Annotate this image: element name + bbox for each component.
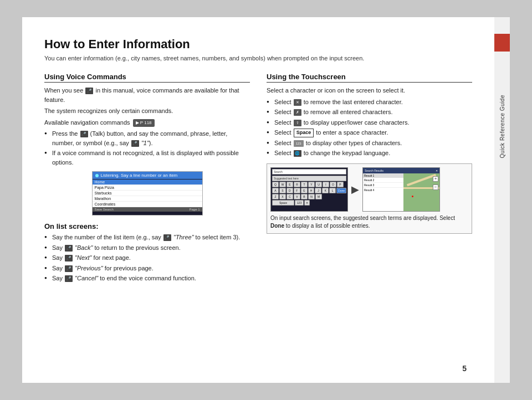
vs-item-2: Papa Pizza <box>93 185 202 191</box>
mic-icon: 🎤 <box>85 88 93 94</box>
vs-footer-left: Save Search <box>95 208 114 211</box>
ts-bullet-3: Select ⇧ to display upper/lower case cha… <box>267 118 472 127</box>
touchscreen-intro: Select a character or icon on the screen… <box>267 86 472 95</box>
vs-header: Listening. Say a line number or an item <box>93 172 202 179</box>
list-bullet-4: Say 🎤 "Previous" for previous page. <box>44 264 250 273</box>
ts-img-row: Search Suggested text here QWERTYUIOP AS… <box>270 167 468 212</box>
side-label: Quick Reference Guide <box>499 95 505 158</box>
vs-footer-right: Page 1 <box>189 208 200 211</box>
space-badge: Space <box>294 129 314 137</box>
voice-para2: The system recognizes only certain comma… <box>44 106 250 116</box>
main-content: How to Enter Information You can enter i… <box>22 17 494 383</box>
voice-bullets: Press the 🎤 (Talk) button, and say the c… <box>44 129 250 167</box>
voice-bullet-2: If a voice command is not recognized, a … <box>44 148 250 167</box>
list-bullet-3: Say 🎤 "Next" for next page. <box>44 253 250 263</box>
left-column: Using Voice Commands When you see 🎤 in t… <box>44 73 250 288</box>
mic-icon-list1: 🎤 <box>163 234 171 241</box>
backspace-icon: ✕ <box>294 99 301 106</box>
vs-header-text: Listening. Say a line number or an item <box>101 173 178 178</box>
page-title: How to Enter Information <box>44 37 472 52</box>
char-type-icon: 123 <box>294 140 304 147</box>
voice-para3: Available navigation commands ▶ P 118 <box>44 118 250 127</box>
voice-commands-title: Using Voice Commands <box>44 73 250 83</box>
ts-arrow: ▶ <box>351 183 359 196</box>
list-screen-bullets: Say the number of the list item (e.g., s… <box>44 233 250 283</box>
talk-icon-1: 🎤 <box>80 131 88 137</box>
right-column: Using the Touchscreen Select a character… <box>267 73 472 288</box>
ts-bullet-6: Select 🌐 to change the keypad language. <box>267 148 472 158</box>
touchscreen-title: Using the Touchscreen <box>267 73 472 83</box>
ts-bullet-2: Select ✗ to remove all entered character… <box>267 107 472 117</box>
vs-list: Home Papa Pizza Starbucks Marathon Coord… <box>93 180 202 207</box>
done-bold: Done <box>270 223 284 229</box>
page-wrapper: How to Enter Information You can enter i… <box>22 17 510 383</box>
voice-screenshot: Listening. Say a line number or an item … <box>92 171 203 216</box>
ts-bullet-1: Select ✕ to remove the last entered char… <box>267 98 472 107</box>
page-number: 5 <box>462 364 467 373</box>
two-col-layout: Using Voice Commands When you see 🎤 in t… <box>44 73 472 288</box>
mic-icon-list3: 🎤 <box>65 255 73 261</box>
right-sidebar-tab: Quick Reference Guide <box>494 17 510 383</box>
mic-icon-list4: 🎤 <box>65 265 73 272</box>
mic-icon-list2: 🎤 <box>65 245 73 252</box>
mic-icon-list5: 🎤 <box>65 275 73 282</box>
list-bullet-5: Say 🎤 "Cancel" to end the voice command … <box>44 274 250 283</box>
red-tab-marker <box>494 34 510 52</box>
touchscreen-images: Search Suggested text here QWERTYUIOP AS… <box>267 163 472 234</box>
vs-dot <box>95 174 99 177</box>
nav-commands-ref: ▶ P 118 <box>133 119 155 127</box>
ts-screen-right: Search Results ✕ Result 1 Result 2 Resul… <box>362 167 440 212</box>
voice-bullet-1: Press the 🎤 (Talk) button, and say the c… <box>44 129 250 147</box>
voice-intro-text: When you see 🎤 in this manual, voice com… <box>44 86 250 104</box>
vs-item-1: Home <box>93 180 202 185</box>
vs-item-4: Marathon <box>93 196 202 202</box>
list-bullet-1: Say the number of the list item (e.g., s… <box>44 233 250 242</box>
language-icon: 🌐 <box>294 150 301 157</box>
ts-bullet-4: Select Space to enter a space character. <box>267 128 472 137</box>
vs-item-5: Coordinates <box>93 202 202 207</box>
vs-footer: Save Search Page 1 <box>93 207 202 212</box>
on-list-screens-title: On list screens: <box>44 222 250 230</box>
ts-bullet-5: Select 123 to display other types of cha… <box>267 139 472 148</box>
ts-screen-left: Search Suggested text here QWERTYUIOP AS… <box>270 167 348 212</box>
page-subtitle: You can enter information (e.g., city na… <box>44 55 472 61</box>
clear-all-icon: ✗ <box>294 109 301 116</box>
ts-caption: On input search screens, the suggested s… <box>270 214 468 230</box>
list-bullet-2: Say 🎤 "Back" to return to the previous s… <box>44 243 250 253</box>
case-icon: ⇧ <box>294 120 301 126</box>
talk-icon-2: 🎤 <box>131 140 139 147</box>
vs-item-3: Starbucks <box>93 191 202 196</box>
touchscreen-bullets: Select ✕ to remove the last entered char… <box>267 98 472 158</box>
